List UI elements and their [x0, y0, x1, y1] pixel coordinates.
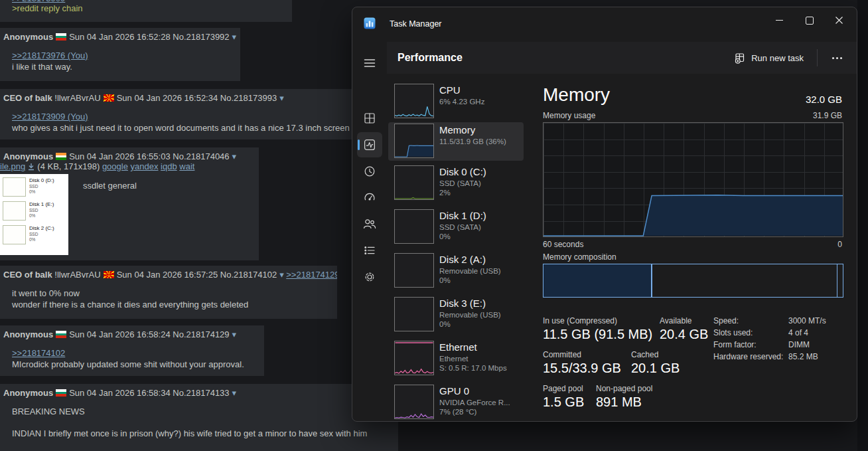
post-number[interactable]: No.218174102 — [220, 270, 277, 280]
selected-accent-bar — [358, 139, 360, 150]
perf-item-sub: 7% (28 °C) — [439, 407, 476, 416]
post-text: it went to 0% now — [12, 288, 80, 298]
post-text: wonder if there is a chance it dies and … — [12, 300, 248, 310]
task-manager-window: Task Manager — [352, 7, 857, 422]
minimize-button[interactable] — [764, 10, 794, 31]
perf-item-gpu[interactable]: GPU 0 NVIDIA GeForce R... 7% (28 °C) — [388, 383, 524, 422]
file-search-iqdb[interactable]: iqdb — [161, 161, 177, 171]
post-menu-arrow-icon[interactable]: ▾ — [279, 270, 284, 280]
processes-icon — [363, 112, 376, 125]
perf-item-title: CPU — [439, 84, 461, 96]
file-search-yandex[interactable]: yandex — [131, 161, 159, 171]
file-meta: (4 KB, 171x198) — [37, 161, 100, 171]
perf-item-sub: Removable (USB) — [439, 266, 501, 276]
minimize-icon — [776, 20, 783, 21]
quotelink[interactable]: >>218173909 (You) — [12, 112, 88, 122]
speedometer-icon — [363, 191, 376, 204]
post-menu-arrow-icon[interactable]: ▾ — [232, 32, 237, 42]
post-image-thumbnail[interactable]: Disk 0 (D:)SSD0% Disk 1 (E:)SSD0% Disk 2… — [0, 174, 68, 255]
maximize-button[interactable] — [794, 10, 824, 31]
thumb-disk-title: Disk 0 (D:) — [29, 177, 54, 184]
thumb-disk-sub: SSD — [29, 184, 54, 189]
hardware-reserved-value: 85.2 MB — [788, 352, 818, 361]
nav-users[interactable] — [357, 211, 382, 236]
file-name-link[interactable]: ile.png — [0, 161, 25, 171]
perf-item-disk3[interactable]: Disk 3 (E:) Removable (USB) 0% — [388, 296, 524, 334]
task-manager-app-icon — [364, 17, 376, 29]
post-datetime: Sun 04 Jan 2026 16:58:24 — [69, 329, 171, 339]
perf-item-disk1[interactable]: Disk 1 (D:) SSD (SATA) 0% — [388, 208, 524, 246]
post-text: BREAKING NEWS — [12, 406, 85, 416]
close-icon — [835, 17, 843, 24]
post-number[interactable]: No.218173992 — [173, 32, 229, 42]
nav-details[interactable] — [357, 238, 382, 263]
disk3-mini-chart — [394, 297, 434, 331]
post-header: AnonymousSun 04 Jan 2026 16:52:28 No.218… — [3, 32, 236, 42]
composition-segment-in-use — [543, 264, 652, 297]
post-menu-arrow-icon[interactable]: ▾ — [232, 388, 237, 398]
nav-performance[interactable] — [357, 132, 382, 157]
perf-item-sub: SSD (SATA) — [439, 223, 481, 232]
post-218174102: CEO of balk !llwrABvrAUSun 04 Jan 2026 1… — [0, 266, 337, 319]
more-options-button[interactable] — [826, 52, 849, 64]
perf-item-cpu[interactable]: CPU 6% 4.23 GHz — [388, 82, 524, 121]
titlebar[interactable]: Task Manager — [352, 7, 857, 42]
run-new-task-button[interactable]: Run new task — [729, 48, 809, 68]
nav-services[interactable] — [357, 264, 382, 290]
download-icon[interactable] — [27, 163, 35, 171]
thumb-disk-sub: SSD — [29, 232, 54, 237]
cpu-mini-chart — [394, 84, 434, 118]
close-button[interactable] — [824, 10, 854, 31]
post-menu-arrow-icon[interactable]: ▾ — [232, 329, 237, 339]
window-title: Task Manager — [390, 19, 442, 29]
flag-bulgaria-icon — [56, 389, 66, 397]
paged-pool-value: 1.5 GB — [543, 395, 584, 410]
speed-value: 3000 MT/s — [788, 316, 826, 325]
memory-mini-chart — [394, 124, 434, 158]
thumb-disk-pct: 0% — [29, 237, 54, 242]
perf-item-ethernet[interactable]: Ethernet Ethernet S: 0.5 R: 17.0 Mbps — [388, 339, 524, 378]
flag-bulgaria-icon — [56, 33, 66, 41]
post-header: AnonymousSun 04 Jan 2026 16:55:03 No.218… — [3, 151, 236, 161]
nav-app-history[interactable] — [357, 159, 382, 184]
in-use-value: 11.5 GB (91.5 MB) — [543, 327, 652, 342]
nav-rail — [352, 42, 387, 421]
memory-scale-max: 31.9 GB — [813, 111, 842, 120]
perf-item-sub: 0% — [439, 276, 451, 285]
thumb-disk-sub: SSD — [29, 208, 54, 213]
screen: >>218173909 >reddit reply chain Anonymou… — [0, 0, 868, 451]
post-number[interactable]: No.218174129 — [173, 329, 229, 339]
thumb-disk-row: Disk 0 (D:)SSD0% — [3, 177, 66, 197]
backlink[interactable]: >>218174129 — [286, 270, 337, 280]
composition-segment-standby-free — [652, 264, 837, 297]
perf-item-memory[interactable]: Memory 11.5/31.9 GB (36%) — [388, 122, 524, 161]
perf-item-disk0[interactable]: Disk 0 (C:) SSD (SATA) 2% — [388, 164, 524, 203]
poster-tripcode: !llwrABvrAU — [54, 270, 100, 280]
quotelink[interactable]: >>218173976 (You) — [12, 50, 88, 60]
disk1-mini-chart — [394, 209, 434, 244]
nav-startup-apps[interactable] — [357, 185, 382, 210]
performance-list: CPU 6% 4.23 GHz Memory 11.5/31.9 GB (36%… — [387, 74, 525, 421]
post-number[interactable]: No.218174046 — [173, 151, 229, 161]
in-use-label: In use (Compressed) — [543, 316, 617, 325]
non-paged-pool-label: Non-paged pool — [596, 384, 652, 393]
header-divider — [817, 49, 818, 66]
post-number[interactable]: No.218174133 — [173, 388, 229, 398]
file-search-wait[interactable]: wait — [179, 161, 194, 171]
post-header: AnonymousSun 04 Jan 2026 16:58:24 No.218… — [3, 329, 236, 339]
nav-menu-button[interactable] — [357, 50, 382, 76]
file-info-line: ile.png(4 KB, 171x198) google yandex iqd… — [0, 161, 194, 171]
available-label: Available — [660, 316, 691, 325]
nav-processes[interactable] — [357, 106, 382, 131]
post-menu-arrow-icon[interactable]: ▾ — [232, 151, 237, 161]
perf-item-title: Disk 0 (C:) — [439, 166, 486, 178]
file-search-google[interactable]: google — [102, 161, 128, 171]
memory-usage-label: Memory usage — [543, 111, 595, 120]
post-menu-arrow-icon[interactable]: ▾ — [279, 93, 284, 103]
post-number[interactable]: No.218173993 — [220, 93, 277, 103]
composition-segment-hardware-reserved — [837, 264, 843, 297]
perf-item-disk2[interactable]: Disk 2 (A:) Removable (USB) 0% — [388, 252, 524, 290]
disk0-mini-chart — [394, 165, 434, 200]
quotelink[interactable]: >>218174102 — [12, 348, 65, 358]
post-stub: >>218173909 >reddit reply chain — [0, 0, 292, 22]
